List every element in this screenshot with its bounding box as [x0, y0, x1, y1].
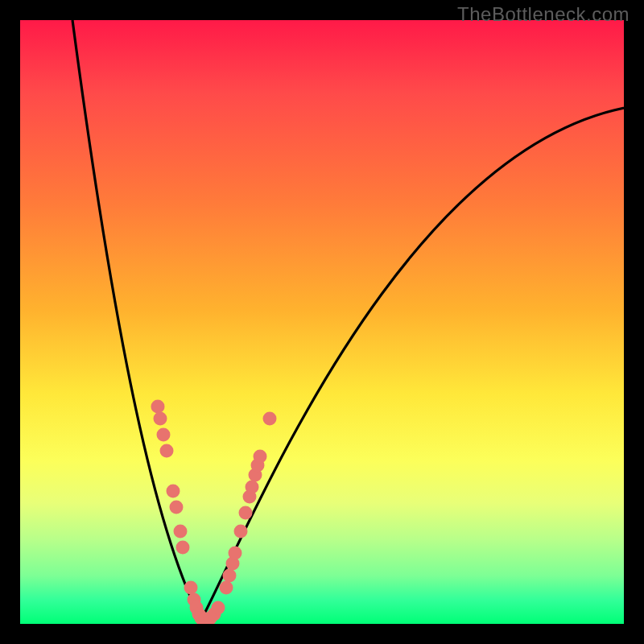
data-dot — [157, 428, 171, 442]
data-dot — [184, 581, 198, 595]
data-dot — [220, 581, 233, 595]
chart-plot-area — [20, 20, 624, 624]
data-dot — [263, 412, 277, 426]
data-dot — [234, 525, 248, 539]
data-dot — [167, 485, 180, 498]
data-dot — [170, 501, 184, 514]
data-dot — [160, 444, 174, 458]
data-dot — [154, 412, 167, 426]
data-dot — [223, 569, 237, 583]
data-dot — [151, 400, 165, 414]
data-dot — [239, 506, 253, 520]
data-dot — [212, 601, 225, 615]
data-dot — [174, 525, 188, 539]
data-dot — [229, 547, 242, 560]
chart-svg — [20, 20, 624, 624]
bottleneck-curve — [72, 20, 624, 620]
watermark-text: TheBottleneck.com — [457, 3, 630, 26]
data-dots — [151, 400, 277, 625]
data-dot — [246, 481, 259, 494]
data-dot — [254, 450, 267, 464]
data-dot — [176, 541, 190, 555]
